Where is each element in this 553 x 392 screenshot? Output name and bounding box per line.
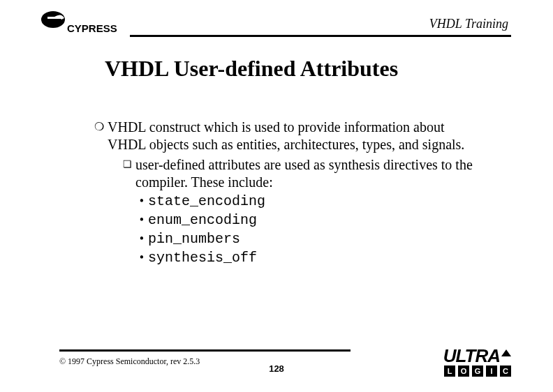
slide-body: ❍ VHDL construct which is used to provid… — [91, 119, 483, 266]
bullet-level3: • state_encoding — [135, 193, 483, 210]
ultra-logic-logo: ULTRA L O G I C — [371, 348, 511, 377]
code-item: enum_encoding — [148, 211, 483, 229]
svg-point-0 — [41, 11, 65, 28]
bullet-level2: ❏ user-defined attributes are used as sy… — [119, 156, 483, 191]
logic-letter: G — [472, 365, 483, 377]
code-item: state_encoding — [148, 193, 483, 210]
dot-bullet-icon: • — [135, 230, 148, 247]
footer-rule — [59, 349, 351, 352]
header: CYPRESS VHDL Training — [40, 10, 511, 39]
slide-title: VHDL User-defined Attributes — [105, 56, 398, 82]
cypress-logo: CYPRESS — [40, 10, 138, 40]
header-rule — [130, 35, 511, 37]
bullet-level1-text: VHDL construct which is used to provide … — [108, 119, 483, 153]
dot-bullet-icon: • — [135, 249, 148, 266]
dot-bullet-icon: • — [135, 211, 148, 228]
bullet-level3: • synthesis_off — [135, 249, 483, 266]
logo-text: CYPRESS — [67, 22, 117, 34]
bullet-level3: • pin_numbers — [135, 230, 483, 248]
logic-letter: I — [486, 365, 497, 377]
logic-letter: O — [458, 365, 469, 377]
header-course-title: VHDL Training — [429, 17, 508, 31]
logic-letter: C — [500, 365, 511, 377]
dot-bullet-icon: • — [135, 193, 148, 209]
slide: CYPRESS VHDL Training VHDL User-defined … — [0, 0, 553, 392]
page-number: 128 — [269, 363, 284, 374]
code-item: pin_numbers — [148, 230, 483, 248]
square-bullet-icon: ❏ — [119, 156, 135, 173]
code-item: synthesis_off — [148, 249, 483, 266]
bullet-level3: • enum_encoding — [135, 211, 483, 229]
circle-bullet-icon: ❍ — [91, 119, 108, 135]
logic-boxes: L O G I C — [444, 365, 511, 377]
copyright-text: © 1997 Cypress Semiconductor, rev 2.5.3 — [59, 356, 200, 367]
ultra-logo-text: ULTRA — [443, 345, 500, 366]
logic-letter: L — [444, 365, 455, 377]
bullet-level2-text: user-defined attributes are used as synt… — [135, 156, 483, 191]
triangle-icon — [501, 349, 511, 356]
bullet-level1: ❍ VHDL construct which is used to provid… — [91, 119, 483, 153]
